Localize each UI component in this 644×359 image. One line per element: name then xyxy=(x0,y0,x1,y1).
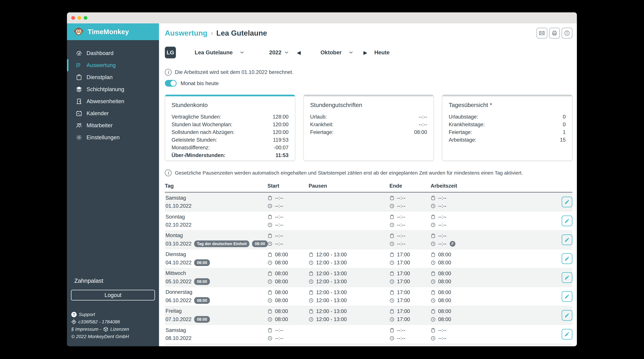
sidebar-item-schichtplanung[interactable]: Schichtplanung xyxy=(67,83,159,95)
table-row: Donnerstag06.10.202208:0008:0008:0012:00… xyxy=(165,287,572,306)
holiday-flag-badge: F xyxy=(450,241,456,247)
time-line: 12:00 - 13:00 xyxy=(308,308,390,314)
clipboard-icon xyxy=(390,195,394,200)
stat-label: Urlaub: xyxy=(310,114,327,120)
stat-value: 08:00 xyxy=(414,129,427,135)
clock-icon xyxy=(430,260,436,265)
calculation-notice: i Die Arbeitszeit wird seit dem 01.10.20… xyxy=(165,69,572,76)
clinic-name: Zahnpalast xyxy=(67,277,159,284)
stat-label: Monatsdifferenz: xyxy=(172,145,210,151)
logout-button[interactable]: Logout xyxy=(71,290,155,301)
month-chevron-down-icon[interactable] xyxy=(349,51,353,54)
timemonkey-logo-icon xyxy=(73,26,84,37)
month-select-value[interactable]: Oktober xyxy=(320,49,342,56)
sidebar-item-kalender[interactable]: Kalender xyxy=(67,107,159,119)
print-button[interactable] xyxy=(549,28,560,38)
sidebar-item-dienstplan[interactable]: Dienstplan xyxy=(67,71,159,83)
lizenzen-link[interactable]: Lizenzen xyxy=(110,326,129,333)
impressum-link[interactable]: § Impressum - xyxy=(71,326,101,333)
support-link[interactable]: Support xyxy=(79,311,95,318)
clipboard-icon xyxy=(430,233,436,238)
time-value: --:-- xyxy=(438,335,446,341)
month-to-date-toggle[interactable] xyxy=(165,80,176,87)
sidebar-item-mitarbeiter[interactable]: Mitarbeiter xyxy=(67,119,159,131)
sidebar-item-label: Einstellungen xyxy=(86,134,120,141)
time-value: 08:00 xyxy=(438,308,451,314)
year-chevron-down-icon[interactable] xyxy=(284,51,288,54)
edit-day-button[interactable] xyxy=(562,329,572,340)
clipboard-icon xyxy=(430,252,436,257)
copyright-text: © 2022 MonkeyDent GmbH xyxy=(71,333,129,340)
close-window-button[interactable] xyxy=(71,16,75,20)
time-line: --:-- xyxy=(430,195,510,201)
time-value: 17:00 xyxy=(397,271,410,277)
time-cell: --:----:-- xyxy=(268,233,308,247)
gear-icon xyxy=(76,134,82,141)
time-line: --:--F xyxy=(430,241,510,247)
time-line: --:-- xyxy=(390,241,430,247)
edit-day-button[interactable] xyxy=(562,253,572,264)
time-line: --:-- xyxy=(430,335,510,341)
edit-day-button[interactable] xyxy=(562,197,572,207)
edit-day-button[interactable] xyxy=(562,291,572,302)
employee-select-value[interactable]: Lea Gutelaune xyxy=(195,49,233,56)
clipboard-icon xyxy=(390,290,394,295)
edit-day-button[interactable] xyxy=(562,272,572,283)
clipboard-icon xyxy=(430,214,436,219)
clock-icon xyxy=(430,222,436,227)
time-line: 08:00 xyxy=(430,271,510,277)
page-title: Lea Gutelaune xyxy=(216,29,267,37)
clipboard-icon xyxy=(308,290,314,295)
next-month-button[interactable]: ▶ xyxy=(363,50,367,55)
sidebar-item-einstellungen[interactable]: Einstellungen xyxy=(67,131,159,143)
time-line: --:-- xyxy=(268,241,308,247)
time-value: --:-- xyxy=(397,327,405,333)
time-line: --:-- xyxy=(268,222,308,228)
sidebar-item-auswertung[interactable]: Auswertung xyxy=(67,59,159,71)
time-value: --:-- xyxy=(275,335,283,341)
edit-day-button[interactable] xyxy=(562,234,572,245)
year-select-value[interactable]: 2022 xyxy=(269,49,281,56)
time-line: 08:00 xyxy=(268,298,308,304)
email-button[interactable] xyxy=(536,28,547,38)
info-button[interactable] xyxy=(562,28,572,38)
stat-value: 0 xyxy=(563,114,566,120)
edit-day-button[interactable] xyxy=(562,216,572,226)
time-cell: --:----:-- xyxy=(430,327,510,341)
time-cell: 12:00 - 13:0012:00 - 13:00 xyxy=(308,308,390,322)
clipboard-icon xyxy=(268,233,272,238)
time-line: --:-- xyxy=(390,222,430,228)
clipboard-icon xyxy=(268,271,272,276)
time-line: 08:00 xyxy=(268,290,308,296)
breadcrumb-parent-link[interactable]: Auswertung xyxy=(165,29,207,37)
stat-label: Krankheit: xyxy=(310,122,334,128)
stat-value: 120:00 xyxy=(273,122,288,128)
minimize-window-button[interactable] xyxy=(78,16,81,20)
time-cell: 12:00 - 13:0012:00 - 13:00 xyxy=(308,252,390,266)
version-text: c336f582 - 1784086 xyxy=(78,318,120,326)
maximize-window-button[interactable] xyxy=(84,16,87,20)
day-cell: Samstag08.10.2022 xyxy=(165,327,268,341)
card-stat-row: Arbeitstage:15 xyxy=(449,136,566,144)
day-name: Dienstag xyxy=(166,251,268,257)
sidebar-item-dashboard[interactable]: Dashboard xyxy=(67,47,159,59)
stat-value: 128:00 xyxy=(273,114,288,120)
time-cell: --:----:-- xyxy=(430,214,510,228)
sidebar-item-abwesenheiten[interactable]: Abwesenheiten xyxy=(67,95,159,107)
sidebar: TimeMonkey DashboardAuswertungDienstplan… xyxy=(67,23,159,346)
card-title: Stundenkonto xyxy=(172,102,288,108)
previous-month-button[interactable]: ◀ xyxy=(297,50,301,55)
today-button[interactable]: Heute xyxy=(374,49,390,56)
time-cell: 17:0017:00 xyxy=(390,271,430,285)
edit-day-button[interactable] xyxy=(562,310,572,321)
clipboard-icon xyxy=(430,271,436,276)
card-stat-row: Krankheitstage:0 xyxy=(449,121,566,128)
stat-label: Arbeitstage: xyxy=(449,137,476,143)
time-value: 08:00 xyxy=(275,298,288,304)
day-date: 01.10.2022 xyxy=(166,203,192,209)
time-line: 08:00 xyxy=(430,298,510,304)
day-date: 05.10.2022 xyxy=(166,279,192,285)
avatar[interactable]: LG xyxy=(165,47,176,58)
sidebar-item-label: Dashboard xyxy=(86,50,114,56)
employee-chevron-down-icon[interactable] xyxy=(240,51,244,54)
